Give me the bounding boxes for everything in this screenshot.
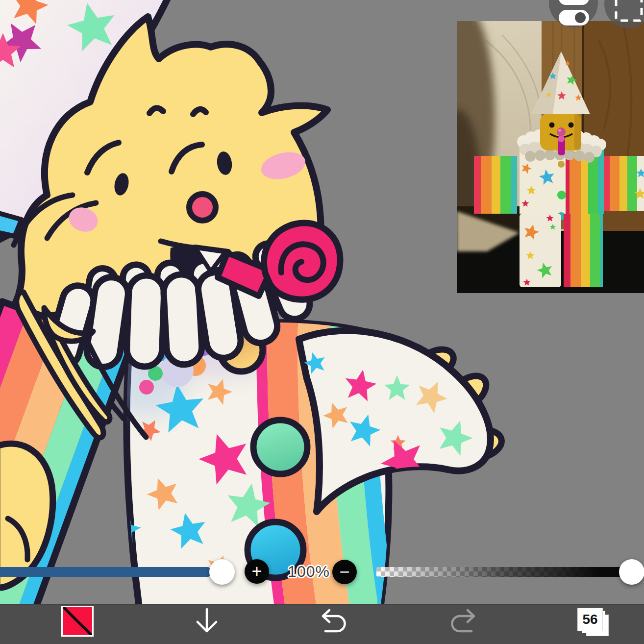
layers-count-badge: 56 xyxy=(577,608,603,631)
reference-photo xyxy=(457,21,644,293)
layers-button[interactable]: 56 xyxy=(573,606,612,638)
undo-button[interactable] xyxy=(319,607,350,636)
zoom-out-button[interactable]: − xyxy=(332,560,357,584)
color-swatch-button[interactable] xyxy=(61,606,94,637)
brush-size-slider-knob[interactable] xyxy=(209,559,235,585)
opacity-slider-track[interactable] xyxy=(376,567,622,577)
opacity-gradient xyxy=(376,567,622,577)
drawing-right-arm xyxy=(299,331,504,512)
zoom-in-button[interactable]: + xyxy=(245,559,269,584)
brush-size-slider-track[interactable] xyxy=(0,567,210,577)
reference-settings-button[interactable] xyxy=(549,0,598,27)
download-tool-button[interactable] xyxy=(191,606,223,636)
drawing-app-screen: + 100% − 56 xyxy=(0,0,644,644)
opacity-slider-knob[interactable] xyxy=(619,559,644,585)
undo-icon xyxy=(323,610,345,631)
redo-icon xyxy=(452,610,474,631)
selection-tool-button[interactable] xyxy=(604,0,644,28)
toggle-switch-icon xyxy=(559,0,589,25)
minus-icon: − xyxy=(339,563,349,581)
reference-image-window[interactable] xyxy=(457,21,644,293)
down-arrow-icon xyxy=(198,609,216,631)
redo-button[interactable] xyxy=(447,607,478,636)
plus-icon: + xyxy=(251,563,262,580)
zoom-level-label: 100% xyxy=(283,563,334,581)
